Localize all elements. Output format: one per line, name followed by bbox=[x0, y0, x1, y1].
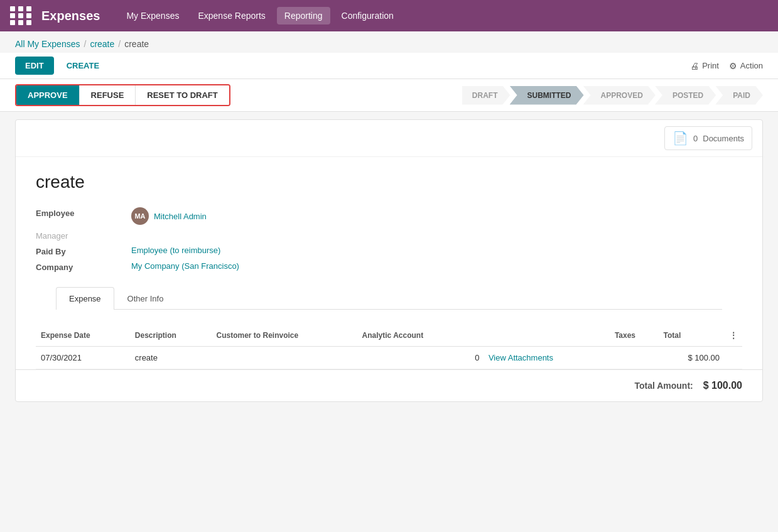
breadcrumb-all-my-expenses[interactable]: All My Expenses bbox=[15, 39, 80, 49]
breadcrumb: All My Expenses / create / create bbox=[0, 31, 778, 53]
gear-icon: ⚙ bbox=[729, 61, 737, 71]
create-button[interactable]: CREATE bbox=[57, 57, 109, 75]
status-steps: DRAFT SUBMITTED APPROVED POSTED PAID bbox=[463, 86, 763, 105]
paid-by-label: Paid By bbox=[36, 246, 124, 256]
refuse-button[interactable]: REFUSE bbox=[79, 85, 136, 105]
workflow-bar: APPROVE REFUSE RESET TO DRAFT DRAFT SUBM… bbox=[0, 79, 778, 112]
breadcrumb-create1[interactable]: create bbox=[90, 39, 114, 49]
doc-row: 📄 0 Documents bbox=[16, 120, 762, 157]
nav-my-expenses[interactable]: My Expenses bbox=[119, 7, 186, 24]
th-menu: ⋮ bbox=[725, 325, 742, 347]
approve-button[interactable]: APPROVE bbox=[16, 85, 79, 105]
td-taxes bbox=[610, 347, 659, 369]
td-date: 07/30/2021 bbox=[36, 347, 130, 369]
action-bar: EDIT CREATE 🖨 Print ⚙ Action bbox=[0, 53, 778, 79]
action-button[interactable]: ⚙ Action bbox=[729, 61, 763, 71]
doc-icon: 📄 bbox=[673, 131, 688, 146]
app-brand: Expenses bbox=[41, 9, 100, 23]
navbar-links: My Expenses Expense Reports Reporting Co… bbox=[119, 7, 401, 24]
th-total: Total bbox=[659, 325, 725, 347]
td-menu bbox=[725, 347, 742, 369]
paid-by-value[interactable]: Employee (to reimburse) bbox=[131, 246, 220, 255]
navbar: Expenses My Expenses Expense Reports Rep… bbox=[0, 0, 778, 31]
apps-icon[interactable] bbox=[10, 6, 33, 25]
documents-badge[interactable]: 📄 0 Documents bbox=[664, 126, 752, 150]
expense-table: Expense Date Description Customer to Rei… bbox=[36, 325, 742, 369]
paid-by-field: Employee (to reimburse) bbox=[131, 246, 350, 256]
step-posted: POSTED bbox=[655, 86, 716, 105]
manager-label: Manager bbox=[36, 230, 124, 241]
content-wrapper: 📄 0 Documents create Employee MA Mitchel… bbox=[0, 119, 778, 417]
workflow-actions: APPROVE REFUSE RESET TO DRAFT bbox=[15, 84, 230, 106]
print-label: Print bbox=[702, 61, 719, 70]
avatar: MA bbox=[131, 207, 149, 225]
breadcrumb-sep1: / bbox=[84, 39, 86, 49]
view-attachments-link[interactable]: View Attachments bbox=[489, 353, 553, 362]
step-submitted: SUBMITTED bbox=[510, 86, 584, 105]
th-empty bbox=[470, 325, 610, 347]
action-label: Action bbox=[740, 61, 763, 70]
breadcrumb-create2: create bbox=[124, 39, 149, 49]
table-row: 07/30/2021 create 0 View Attachments $ 1… bbox=[36, 347, 742, 369]
form-title: create bbox=[36, 172, 742, 192]
action-bar-left: EDIT CREATE bbox=[15, 57, 109, 75]
action-bar-right: 🖨 Print ⚙ Action bbox=[690, 61, 763, 71]
doc-label: Documents bbox=[703, 134, 744, 143]
th-taxes: Taxes bbox=[610, 325, 659, 347]
td-analytic-account bbox=[357, 347, 470, 369]
th-expense-date: Expense Date bbox=[36, 325, 130, 347]
table-wrapper: Expense Date Description Customer to Rei… bbox=[16, 325, 762, 369]
form-fields: Employee MA Mitchell Admin Manager Paid … bbox=[36, 207, 350, 272]
manager-field bbox=[131, 230, 350, 241]
nav-configuration[interactable]: Configuration bbox=[334, 7, 401, 24]
total-value: $ 100.00 bbox=[703, 380, 742, 391]
step-paid: PAID bbox=[715, 86, 763, 105]
printer-icon: 🖨 bbox=[690, 61, 699, 71]
tab-expense[interactable]: Expense bbox=[56, 287, 114, 310]
th-description: Description bbox=[130, 325, 212, 347]
td-customer-reinvoice bbox=[212, 347, 357, 369]
edit-button[interactable]: EDIT bbox=[15, 57, 54, 75]
attachments-count: 0 bbox=[475, 353, 479, 362]
total-label: Total Amount: bbox=[634, 381, 693, 391]
reset-to-draft-button[interactable]: RESET TO DRAFT bbox=[135, 85, 229, 105]
td-description: create bbox=[130, 347, 212, 369]
content-card: 📄 0 Documents create Employee MA Mitchel… bbox=[15, 119, 763, 402]
th-customer-reinvoice: Customer to Reinvoice bbox=[212, 325, 357, 347]
company-label: Company bbox=[36, 261, 124, 272]
nav-expense-reports[interactable]: Expense Reports bbox=[190, 7, 273, 24]
td-attachments: 0 View Attachments bbox=[470, 347, 610, 369]
breadcrumb-sep2: / bbox=[118, 39, 121, 49]
total-row: Total Amount: $ 100.00 bbox=[16, 369, 762, 401]
company-value[interactable]: My Company (San Francisco) bbox=[131, 261, 239, 271]
avatar-initials: MA bbox=[134, 212, 145, 220]
doc-count: 0 bbox=[693, 134, 698, 143]
tab-other-info[interactable]: Other Info bbox=[114, 287, 177, 310]
tabs: Expense Other Info bbox=[56, 287, 722, 310]
employee-label: Employee bbox=[36, 207, 124, 225]
company-field: My Company (San Francisco) bbox=[131, 261, 350, 272]
form-content: create Employee MA Mitchell Admin Manage… bbox=[16, 157, 762, 325]
step-approved: APPROVED bbox=[583, 86, 656, 105]
print-button[interactable]: 🖨 Print bbox=[690, 61, 719, 71]
th-analytic-account: Analytic Account bbox=[357, 325, 470, 347]
employee-value[interactable]: Mitchell Admin bbox=[154, 212, 207, 221]
td-total: $ 100.00 bbox=[659, 347, 725, 369]
employee-field: MA Mitchell Admin bbox=[131, 207, 350, 225]
nav-reporting[interactable]: Reporting bbox=[277, 7, 330, 24]
step-draft: DRAFT bbox=[462, 86, 511, 105]
